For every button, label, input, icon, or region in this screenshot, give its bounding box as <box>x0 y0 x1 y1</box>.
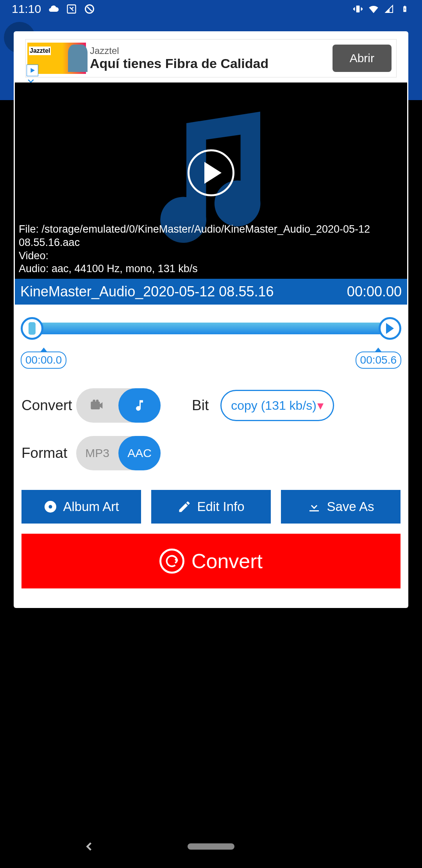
album-art-label: Album Art <box>63 499 119 514</box>
svg-point-6 <box>96 400 99 402</box>
title-bar: KineMaster_Audio_2020-05-12 08.55.16 00:… <box>15 279 407 305</box>
format-mp3-option[interactable]: MP3 <box>76 447 118 460</box>
ad-subtitle: Jazztel <box>90 45 329 56</box>
play-icon <box>204 162 222 184</box>
convert-audio-option[interactable] <box>118 388 161 423</box>
slider-handle-end[interactable] <box>379 317 401 340</box>
pencil-icon <box>177 500 191 514</box>
ad-banner[interactable]: Jazztel ✕ Jazztel Aquí tienes Fibra de C… <box>25 39 397 77</box>
svg-point-8 <box>49 505 52 509</box>
status-bar: 11:10 <box>0 0 422 18</box>
audio-info: Audio: aac, 44100 Hz, mono, 131 kb/s <box>19 262 403 276</box>
nav-home-button[interactable] <box>188 843 234 850</box>
bit-label: Bit <box>192 397 209 414</box>
ad-brand-logo: Jazztel <box>29 47 51 55</box>
svg-rect-2 <box>356 5 360 12</box>
cloud-icon <box>48 4 59 14</box>
save-as-label: Save As <box>327 499 374 514</box>
edit-info-label: Edit Info <box>197 499 244 514</box>
play-button[interactable] <box>188 149 234 196</box>
slider-handle-start[interactable] <box>21 317 43 340</box>
slider-fill <box>32 323 390 334</box>
time-start-chip[interactable]: 00:00.0 <box>21 352 66 369</box>
options-panel: Convert Bit copy (131 kb/s) Format MP3 A… <box>14 373 408 488</box>
slider-track[interactable] <box>21 316 401 341</box>
format-toggle[interactable]: MP3 AAC <box>76 436 161 470</box>
bitrate-dropdown[interactable]: copy (131 kb/s) <box>220 390 334 421</box>
nav-back-button[interactable] <box>82 839 96 854</box>
svg-rect-4 <box>404 6 406 7</box>
adchoices-icon[interactable] <box>27 65 38 76</box>
file-info: File: /storage/emulated/0/KineMaster/Aud… <box>15 220 407 279</box>
save-as-button[interactable]: Save As <box>281 490 401 524</box>
ad-text: Jazztel Aquí tienes Fibra de Calidad <box>86 45 333 71</box>
svg-point-5 <box>93 400 95 402</box>
media-preview[interactable]: File: /storage/emulated/0/KineMaster/Aud… <box>15 82 407 279</box>
convert-dialog: Jazztel ✕ Jazztel Aquí tienes Fibra de C… <box>14 31 408 608</box>
time-end-chip[interactable]: 00:05.6 <box>356 352 401 369</box>
format-label: Format <box>21 445 72 461</box>
video-info: Video: <box>19 249 403 263</box>
album-art-button[interactable]: Album Art <box>21 490 141 524</box>
dnd-icon <box>84 4 95 14</box>
track-time: 00:00.00 <box>347 283 402 300</box>
vibrate-icon <box>352 4 363 14</box>
trim-slider: 00:00.0 00:05.6 <box>14 305 408 373</box>
convert-video-option[interactable] <box>76 398 118 413</box>
sync-icon <box>159 549 184 574</box>
convert-label: Convert <box>21 397 72 414</box>
edit-info-button[interactable]: Edit Info <box>151 490 271 524</box>
signal-icon <box>384 4 395 14</box>
apps-icon <box>66 4 77 14</box>
ad-open-button[interactable]: Abrir <box>333 45 392 72</box>
action-buttons: Album Art Edit Info Save As <box>14 488 408 531</box>
format-aac-option[interactable]: AAC <box>118 436 161 470</box>
nav-bar <box>0 825 422 868</box>
battery-icon <box>399 4 410 14</box>
ad-headline: Aquí tienes Fibra de Calidad <box>90 56 329 71</box>
bitrate-value: copy (131 kb/s) <box>231 398 316 413</box>
disc-icon <box>43 500 57 514</box>
wifi-icon <box>368 4 379 14</box>
track-name: KineMaster_Audio_2020-05-12 08.55.16 <box>20 283 347 300</box>
download-icon <box>307 500 321 514</box>
file-path: File: /storage/emulated/0/KineMaster/Aud… <box>19 223 403 249</box>
convert-button-label: Convert <box>191 549 263 573</box>
convert-type-toggle[interactable] <box>76 388 161 423</box>
status-time: 11:10 <box>12 2 41 16</box>
convert-button[interactable]: Convert <box>21 534 401 588</box>
